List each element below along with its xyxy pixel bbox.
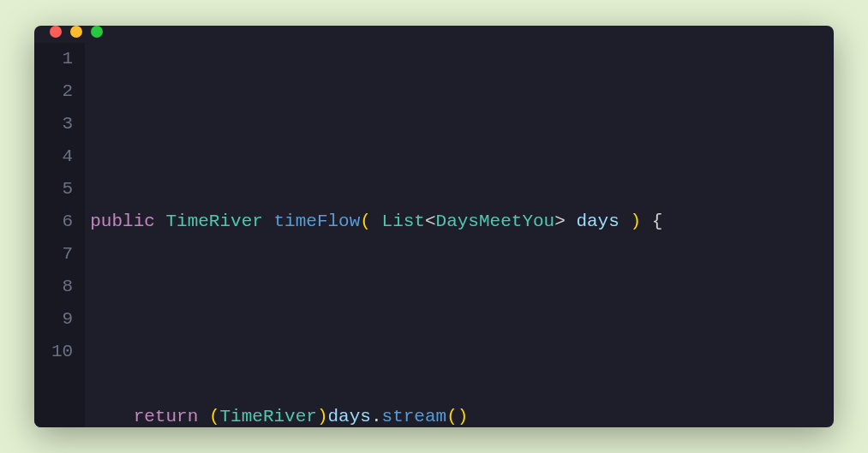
- paren-close: ): [317, 407, 328, 426]
- code-content[interactable]: public TimeRiver timeFlow( List<DaysMeet…: [85, 43, 662, 427]
- code-editor-window: 1 2 3 4 5 6 7 8 9 10 public TimeRiver ti…: [34, 26, 834, 427]
- close-icon[interactable]: [50, 26, 62, 38]
- line-number: 5: [51, 173, 73, 206]
- minimize-icon[interactable]: [70, 26, 82, 38]
- line-number: 10: [51, 336, 73, 368]
- keyword-return: return: [134, 407, 199, 426]
- type-daysmeetyou: DaysMeetYou: [436, 212, 555, 231]
- code-line: [90, 303, 662, 336]
- line-number: 3: [51, 108, 73, 140]
- keyword-public: public: [90, 212, 155, 231]
- maximize-icon[interactable]: [91, 26, 103, 38]
- window-titlebar: [34, 26, 834, 38]
- paren-open: (: [446, 407, 458, 426]
- line-number-gutter: 1 2 3 4 5 6 7 8 9 10: [34, 43, 85, 427]
- var-days: days: [328, 407, 371, 426]
- line-number: 4: [51, 140, 73, 173]
- line-number: 9: [51, 303, 73, 336]
- code-line: [90, 108, 662, 140]
- code-area: 1 2 3 4 5 6 7 8 9 10 public TimeRiver ti…: [34, 38, 834, 427]
- cast-type: TimeRiver: [219, 407, 316, 426]
- type-timeriver: TimeRiver: [165, 212, 262, 231]
- paren-close: ): [630, 212, 641, 231]
- line-number: 6: [51, 206, 73, 238]
- paren-close: ): [458, 407, 469, 426]
- line-number: 1: [51, 43, 73, 75]
- fn-stream: stream: [382, 407, 447, 426]
- type-list: List: [382, 212, 425, 231]
- line-number: 7: [51, 238, 73, 271]
- brace-open: {: [652, 212, 663, 231]
- angle-open: <: [425, 212, 436, 231]
- dot: .: [371, 407, 382, 426]
- line-number: 8: [51, 271, 73, 303]
- line-number: 2: [51, 75, 73, 108]
- paren-open: (: [209, 407, 220, 426]
- indent: [90, 407, 133, 426]
- angle-close: >: [554, 212, 566, 231]
- code-line: return (TimeRiver)days.stream(): [90, 401, 662, 427]
- code-line: public TimeRiver timeFlow( List<DaysMeet…: [90, 206, 662, 238]
- fn-timeflow: timeFlow: [273, 212, 360, 231]
- paren-open: (: [360, 212, 371, 231]
- param-days: days: [576, 212, 619, 231]
